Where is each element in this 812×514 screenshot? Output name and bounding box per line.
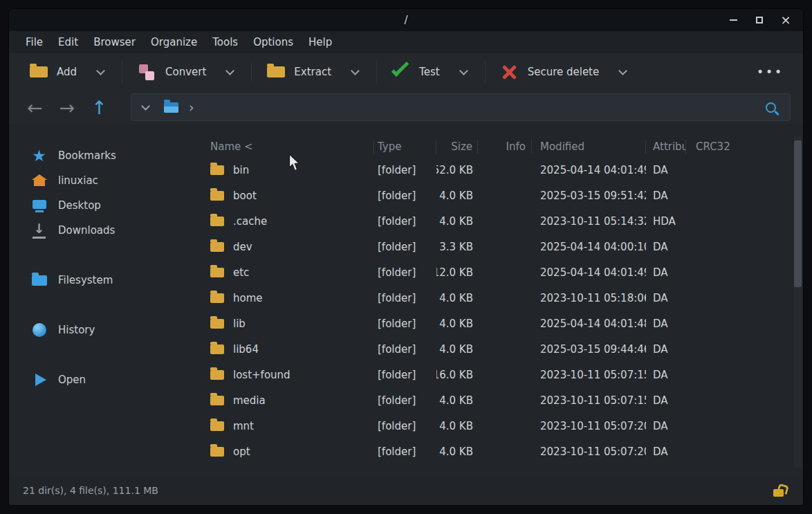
table-row-boot[interactable]: boot [folder] 4.0 KB 2025-03-15 09:51:42… (206, 183, 792, 208)
table-row-lib64[interactable]: lib64 [folder] 4.0 KB 2025-03-15 09:44:4… (206, 336, 792, 362)
file-modified: 2025-04-14 04:01:48 (532, 311, 646, 336)
sidebar-item-filesystem[interactable]: Filesystem (9, 268, 206, 293)
sidebar-item-label: Desktop (58, 199, 101, 212)
sidebar-item-history[interactable]: History (9, 318, 206, 342)
column-header-info[interactable]: Info (478, 140, 532, 154)
toolbar-button-extract[interactable]: Extract (267, 61, 392, 83)
chevron-down-icon[interactable] (618, 66, 627, 75)
chevron-down-icon[interactable] (225, 66, 234, 75)
sidebar-item-open[interactable]: Open (9, 367, 206, 392)
folder-icon (210, 370, 224, 380)
sidebar-item-downloads[interactable]: Downloads (9, 218, 206, 243)
table-row-etc[interactable]: etc [folder] 12.0 KB 2025-04-14 04:01:49… (206, 259, 792, 285)
column-header-name[interactable]: Name < (206, 140, 374, 154)
file-crc32 (686, 285, 792, 311)
column-header-attr[interactable]: Attribu (646, 140, 686, 154)
menu-item-edit[interactable]: Edit (50, 31, 86, 53)
file-info (478, 439, 532, 464)
maximize-icon (756, 17, 763, 24)
extract-folder-icon (267, 66, 285, 77)
menu-item-browser[interactable]: Browser (86, 31, 143, 53)
chevron-down-icon[interactable] (96, 66, 105, 75)
scrollbar-track[interactable] (794, 136, 802, 468)
test-check-icon (391, 59, 409, 76)
file-crc32 (686, 183, 792, 208)
up-button[interactable]: ↑ (91, 98, 107, 117)
toolbar-button-add[interactable]: Add (30, 61, 138, 83)
sidebar-item-linuxiac[interactable]: linuxiac (9, 168, 206, 193)
table-row-lost-found[interactable]: lost+found [folder] 16.0 KB 2023-10-11 0… (206, 362, 792, 387)
file-info (478, 208, 532, 234)
file-crc32 (686, 157, 792, 183)
file-attrib: DA (646, 387, 686, 413)
table-header: Name <TypeSizeInfoModifiedAttribuCRC32 (206, 136, 792, 157)
file-attrib: DA (646, 311, 686, 336)
file-attrib: DA (646, 439, 686, 464)
folder-icon (210, 242, 224, 252)
close-icon: × (780, 14, 791, 26)
menu-item-tools[interactable]: Tools (205, 31, 246, 53)
sidebar-item-desktop[interactable]: Desktop (9, 193, 206, 218)
file-size: 16.0 KB (436, 362, 478, 387)
menu-item-file[interactable]: File (18, 31, 50, 53)
file-name: dev (233, 241, 252, 253)
toolbar-button-secure-delete[interactable]: Secure delete (501, 64, 627, 81)
search-icon[interactable] (766, 102, 776, 113)
file-modified: 2023-10-11 05:07:20 (532, 439, 646, 464)
file-attrib: DA (646, 157, 686, 183)
file-crc32 (686, 387, 792, 413)
table-body: bin [folder] 52.0 KB 2025-04-14 04:01:49… (206, 157, 792, 464)
file-attrib: DA (646, 259, 686, 285)
chevron-down-icon[interactable] (351, 66, 360, 75)
toolbar-button-convert[interactable]: Convert (138, 61, 267, 83)
table-row--cache[interactable]: .cache [folder] 4.0 KB 2023-10-11 05:14:… (206, 208, 792, 234)
file-modified: 2025-04-14 04:01:49 (532, 157, 646, 183)
scrollbar-thumb[interactable] (794, 140, 802, 287)
table-row-home[interactable]: home [folder] 4.0 KB 2023-10-11 05:18:06… (206, 285, 792, 311)
file-info (478, 387, 532, 413)
file-modified: 2025-03-15 09:44:46 (532, 336, 646, 362)
close-button[interactable]: × (781, 15, 791, 25)
maximize-button[interactable] (755, 15, 764, 25)
content-area: Bookmarks linuxiac Desktop Downloads Fil… (9, 124, 803, 476)
file-attrib: DA (646, 183, 686, 208)
status-summary: 21 dir(s), 4 file(s), 111.1 MB (23, 485, 158, 496)
file-modified: 2023-10-11 05:18:06 (532, 285, 646, 311)
titlebar[interactable]: / × (9, 9, 803, 31)
sidebar-item-bookmarks[interactable]: Bookmarks (9, 143, 206, 168)
table-row-bin[interactable]: bin [folder] 52.0 KB 2025-04-14 04:01:49… (206, 157, 792, 183)
file-info (478, 311, 532, 336)
toolbar-button-test[interactable]: Test (392, 61, 501, 83)
table-row-opt[interactable]: opt [folder] 4.0 KB 2023-10-11 05:07:20 … (206, 439, 792, 464)
table-row-media[interactable]: media [folder] 4.0 KB 2023-10-11 05:07:1… (206, 387, 792, 413)
table-row-dev[interactable]: dev [folder] 3.3 KB 2025-04-14 04:00:10 … (206, 234, 792, 259)
menu-item-organize[interactable]: Organize (143, 31, 205, 53)
file-modified: 2023-10-11 05:07:20 (532, 413, 646, 439)
file-name: mnt (233, 420, 254, 432)
back-button[interactable]: ← (27, 98, 43, 117)
column-header-size[interactable]: Size (436, 140, 478, 154)
column-header-mod[interactable]: Modified (532, 140, 646, 154)
chevron-down-icon[interactable] (459, 66, 468, 75)
forward-button[interactable]: → (59, 98, 75, 117)
toolbar-separator (122, 61, 122, 83)
table-row-lib[interactable]: lib [folder] 4.0 KB 2025-04-14 04:01:48 … (206, 311, 792, 336)
address-bar[interactable]: › (131, 93, 791, 121)
sidebar: Bookmarks linuxiac Desktop Downloads Fil… (9, 124, 206, 476)
file-crc32 (686, 362, 792, 387)
file-modified: 2023-10-11 05:07:15 (532, 387, 646, 413)
menu-item-help[interactable]: Help (301, 31, 340, 53)
minimize-button[interactable] (728, 15, 738, 25)
column-header-type[interactable]: Type (374, 140, 436, 154)
column-header-crc[interactable]: CRC32 (686, 140, 792, 154)
file-type: [folder] (374, 157, 436, 183)
table-row-mnt[interactable]: mnt [folder] 4.0 KB 2023-10-11 05:07:20 … (206, 413, 792, 439)
download-icon (33, 222, 46, 239)
window-title: / (404, 14, 407, 26)
address-dropdown-chevron-icon[interactable] (141, 102, 150, 111)
menu-item-options[interactable]: Options (246, 31, 301, 53)
more-options-button[interactable]: ••• (751, 62, 789, 82)
file-size: 4.0 KB (436, 183, 478, 208)
unlocked-padlock-icon[interactable] (773, 489, 784, 497)
breadcrumb-folder-icon[interactable] (164, 102, 178, 113)
